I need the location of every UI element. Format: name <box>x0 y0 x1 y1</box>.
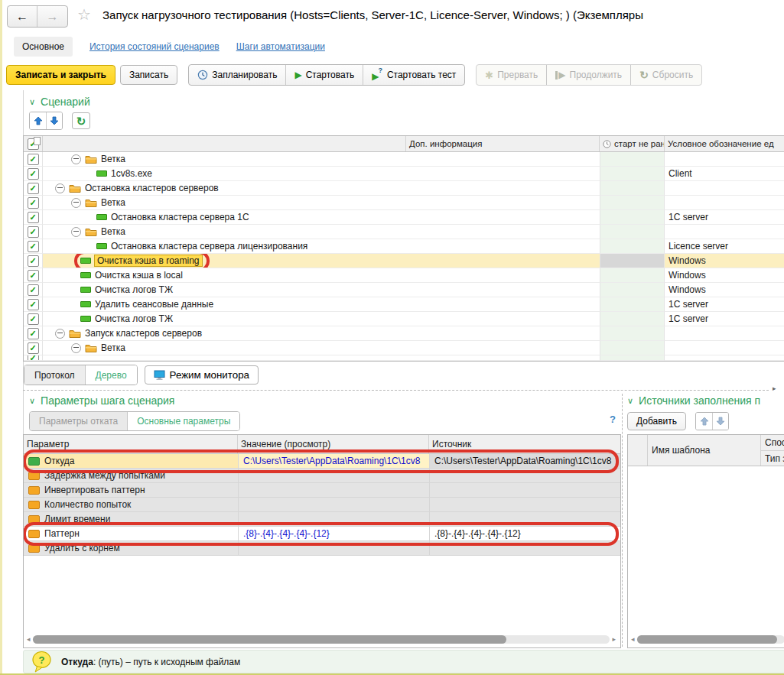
move-up-button[interactable] <box>30 112 46 129</box>
extra-info-cell[interactable] <box>406 297 600 312</box>
name-cell[interactable]: Очистка логов ТЖ <box>43 283 406 297</box>
monitor-mode-button[interactable]: Режим монитора <box>145 365 259 385</box>
fill-sources-section-header[interactable]: ∨ Источники заполнения п <box>627 394 784 407</box>
source-column-header[interactable]: Источник <box>429 435 620 453</box>
designation-cell[interactable] <box>665 326 784 341</box>
param-row[interactable]: Количество попыток <box>24 498 620 512</box>
extra-info-cell[interactable] <box>406 239 600 254</box>
param-source-cell[interactable]: .{8}-.{4}-.{4}-.{4}-.{12} <box>429 527 620 541</box>
designation-cell[interactable]: 1C server <box>665 297 784 312</box>
param-value-cell[interactable]: .{8}-.{4}-.{4}-.{4}-.{12} <box>238 527 429 541</box>
add-button[interactable]: Добавить <box>627 412 686 430</box>
splitter-grip-icon[interactable]: ▸ <box>773 385 776 392</box>
vertical-panel-splitter[interactable] <box>622 394 623 647</box>
designation-cell[interactable] <box>665 152 784 167</box>
start-not-before-cell[interactable] <box>600 297 665 312</box>
favorites-star-icon[interactable]: ☆ <box>77 6 91 23</box>
designation-cell[interactable]: Windows <box>665 283 784 297</box>
param-value-cell[interactable] <box>238 498 429 512</box>
tree-node[interactable]: Остановка кластера сервера лицензировани… <box>96 239 307 254</box>
tree-row[interactable]: ✓1cv8s.exeClient <box>24 167 784 181</box>
sources-move-up-button[interactable] <box>696 413 712 430</box>
row-checkbox[interactable]: ✓ <box>28 226 39 238</box>
param-name-cell[interactable]: Количество попыток <box>24 498 238 512</box>
row-checkbox[interactable]: ✓ <box>28 255 39 267</box>
collapse-node-icon[interactable] <box>71 154 81 164</box>
designation-cell[interactable] <box>665 225 784 239</box>
scrollbar-thumb[interactable] <box>637 635 778 644</box>
collapse-node-icon[interactable] <box>55 329 65 339</box>
extra-info-cell[interactable] <box>406 181 600 196</box>
param-source-cell[interactable] <box>429 469 620 483</box>
scroll-right-icon[interactable]: ▸ <box>612 636 616 643</box>
collapse-node-icon[interactable] <box>71 227 81 237</box>
row-checkbox[interactable]: ✓ <box>28 168 39 180</box>
row-checkbox[interactable]: ✓ <box>28 355 39 361</box>
param-value-cell[interactable] <box>238 483 429 498</box>
tree-row[interactable]: ✓ <box>24 355 784 361</box>
designation-cell[interactable]: 1C server <box>665 210 784 225</box>
tree-node[interactable]: Очистка логов ТЖ <box>80 312 173 326</box>
value-column-header[interactable]: Значение (просмотр) <box>238 435 429 453</box>
name-cell[interactable]: Очистка кэша в roaming <box>43 254 406 268</box>
extra-info-cell[interactable] <box>406 312 600 326</box>
param-column-header[interactable]: Параметр <box>24 435 238 453</box>
extra-info-cell[interactable] <box>406 326 600 341</box>
extra-info-cell[interactable] <box>406 254 600 268</box>
tree-node[interactable]: Ветка <box>71 341 125 355</box>
param-value-cell[interactable] <box>238 541 429 556</box>
tree-row[interactable]: ✓Остановка кластеров серверов <box>24 181 784 196</box>
start-not-before-cell[interactable] <box>600 239 665 254</box>
extra-info-column-header[interactable]: Доп. информация <box>406 136 600 151</box>
tree-node[interactable]: Очистка логов ТЖ <box>80 283 173 297</box>
tab-rollback-params[interactable]: Параметры отката <box>30 412 127 430</box>
tab-automation-steps[interactable]: Шаги автоматизации <box>236 41 325 52</box>
name-cell[interactable]: Очистка кэша в local <box>43 268 406 283</box>
tree-node[interactable]: Остановка кластеров серверов <box>55 181 219 196</box>
start-not-before-cell[interactable] <box>600 225 665 239</box>
tree-row[interactable]: ✓Остановка кластера сервера 1С1C server <box>24 210 784 225</box>
move-down-button[interactable] <box>46 112 62 129</box>
tree-row[interactable]: ✓Ветка <box>24 152 784 167</box>
param-row[interactable]: Инвертировать паттерн <box>24 483 620 498</box>
param-name-cell[interactable]: Задержка между попытками <box>24 469 238 483</box>
row-checkbox[interactable]: ✓ <box>28 270 39 281</box>
tree-node[interactable]: Очистка кэша в roaming <box>80 254 202 268</box>
tab-main[interactable]: Основное <box>14 37 73 57</box>
designation-column-header[interactable]: Условное обозначение ед <box>665 136 784 151</box>
start-not-before-cell[interactable] <box>600 326 665 341</box>
collapse-node-icon[interactable] <box>55 183 65 193</box>
step-params-section-header[interactable]: ∨ Параметры шага сценария <box>29 394 174 407</box>
extra-info-cell[interactable] <box>406 152 600 167</box>
params-horizontal-scrollbar[interactable]: ◂ ▸ <box>27 634 616 645</box>
tree-node[interactable]: Остановка кластера сервера 1С <box>96 210 249 225</box>
param-row[interactable]: ОткудаC:\Users\Tester\AppData\Roaming\1C… <box>24 454 620 469</box>
scenario-section-header[interactable]: ∨ Сценарий <box>29 96 90 108</box>
param-value-cell[interactable]: C:\Users\Tester\AppData\Roaming\1C\1cv8 <box>238 454 429 469</box>
scrollbar-track[interactable] <box>33 635 610 644</box>
start-button[interactable]: ▶ Стартовать <box>285 65 363 85</box>
name-cell[interactable]: Ветка <box>43 225 406 239</box>
row-checkbox[interactable]: ✓ <box>28 299 39 310</box>
collapse-node-icon[interactable] <box>71 198 81 208</box>
help-icon[interactable]: ? <box>610 414 616 425</box>
tree-node[interactable]: Ветка <box>71 225 125 239</box>
row-checkbox[interactable]: ✓ <box>28 328 39 339</box>
start-not-before-cell[interactable] <box>600 341 665 355</box>
start-not-before-cell[interactable] <box>600 181 665 196</box>
param-source-cell[interactable] <box>429 483 620 498</box>
designation-cell[interactable]: Licence server <box>665 239 784 254</box>
name-cell[interactable]: Очистка логов ТЖ <box>43 312 406 326</box>
name-cell[interactable]: Остановка кластера сервера лицензировани… <box>43 239 406 254</box>
start-not-before-cell[interactable] <box>600 355 665 361</box>
tree-node[interactable]: Очистка кэша в local <box>80 268 183 283</box>
param-source-cell[interactable] <box>429 541 620 556</box>
sources-move-down-button[interactable] <box>712 413 728 430</box>
name-cell[interactable]: Запуск кластеров серверов <box>43 326 406 341</box>
tab-scenario-state-history[interactable]: История состояний сценариев <box>89 41 220 52</box>
name-cell[interactable]: Ветка <box>43 341 406 355</box>
tab-tree[interactable]: Дерево <box>85 365 137 385</box>
resume-button[interactable]: ▶ Продолжить <box>546 65 630 85</box>
row-checkbox[interactable]: ✓ <box>28 154 39 165</box>
param-name-cell[interactable]: Инвертировать паттерн <box>24 483 238 498</box>
